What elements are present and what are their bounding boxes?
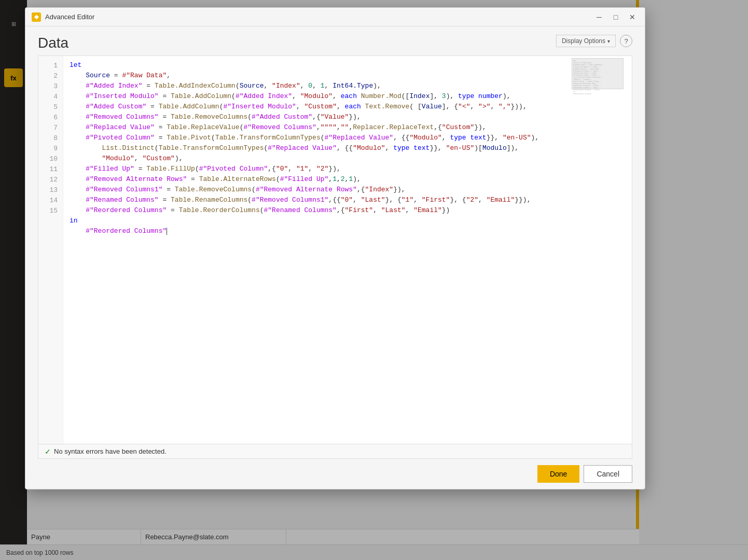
display-options-label: Display Options	[562, 37, 605, 45]
code-line-10: "Modulo", "Custom"),	[70, 153, 626, 164]
cancel-button[interactable]: Cancel	[584, 465, 632, 483]
ln-5: 5	[38, 102, 63, 112]
dialog-overlay: ◆ Advanced Editor ─ □ ✕ Data Display Opt…	[0, 0, 748, 560]
editor-body[interactable]: 1 2 3 4 5 6 7 8 9 10 11 12 13 14 15	[38, 56, 632, 444]
code-line-6: #"Removed Columns" = Table.RemoveColumns…	[70, 112, 626, 122]
code-line-16: in	[70, 216, 626, 226]
code-line-14: #"Renamed Columns" = Table.RenameColumns…	[70, 195, 626, 205]
ln-1: 1	[38, 60, 63, 71]
ln-13: 13	[38, 185, 63, 195]
page-title: Data	[38, 35, 68, 51]
title-bar-buttons: ─ □ ✕	[593, 11, 639, 23]
maximize-button[interactable]: □	[610, 11, 622, 23]
ln-3: 3	[38, 81, 63, 91]
code-line-5: #"Added Custom" = Table.AddColumn(#"Inse…	[70, 102, 626, 112]
minimize-button[interactable]: ─	[593, 11, 605, 23]
code-line-9: List.Distinct(Table.TransformColumnTypes…	[70, 143, 626, 153]
ln-10: 10	[38, 153, 63, 164]
display-options-button[interactable]: Display Options ▾	[556, 35, 616, 47]
code-line-13: #"Removed Columns1" = Table.RemoveColumn…	[70, 185, 626, 195]
code-line-7: #"Replaced Value" = Table.ReplaceValue(#…	[70, 122, 626, 133]
ln-11: 11	[38, 164, 63, 174]
header-controls: Display Options ▾ ?	[556, 35, 632, 47]
title-bar: ◆ Advanced Editor ─ □ ✕	[25, 8, 645, 26]
editor-container[interactable]: letSource = #"Raw Data",#"Added Index" =…	[38, 55, 632, 459]
check-icon: ✓	[45, 447, 51, 456]
ln-9: 9	[38, 143, 63, 153]
ln-6: 6	[38, 112, 63, 122]
ln-2: 2	[38, 71, 63, 81]
app-icon: ◆	[32, 12, 41, 22]
help-button[interactable]: ?	[620, 35, 632, 47]
code-line-15: #"Reordered Columns" = Table.ReorderColu…	[70, 205, 626, 216]
code-line-1: let	[70, 60, 626, 71]
line-numbers: 1 2 3 4 5 6 7 8 9 10 11 12 13 14 15	[38, 56, 63, 444]
help-icon: ?	[624, 37, 628, 45]
code-line-8: #"Pivoted Column" = Table.Pivot(Table.Tr…	[70, 133, 626, 143]
done-button[interactable]: Done	[537, 465, 579, 483]
dialog-header: Data Display Options ▾ ?	[25, 26, 645, 55]
minimap: letSource = #"Raw Data",#"Added Index" =…	[572, 58, 624, 89]
code-line-12: #"Removed Alternate Rows" = Table.Altern…	[70, 174, 626, 185]
dialog-footer: Done Cancel	[25, 459, 645, 489]
close-button[interactable]: ✕	[626, 11, 639, 23]
ln-14: 14	[38, 195, 63, 205]
ln-7: 7	[38, 122, 63, 133]
ln-4: 4	[38, 91, 63, 102]
status-message: No syntax errors have been detected.	[54, 447, 167, 455]
code-editor[interactable]: let Source = #"Raw Data", #"Added Index"…	[63, 56, 632, 444]
code-line-11: #"Filled Up" = Table.FillUp(#"Pivoted Co…	[70, 164, 626, 174]
dialog-title-bar-label: Advanced Editor	[45, 13, 593, 21]
code-line-3: #"Added Index" = Table.AddIndexColumn(So…	[70, 81, 626, 91]
ln-8: 8	[38, 133, 63, 143]
advanced-editor-dialog: ◆ Advanced Editor ─ □ ✕ Data Display Opt…	[25, 7, 645, 489]
code-line-4: #"Inserted Modulo" = Table.AddColumn(#"A…	[70, 91, 626, 102]
code-line-17: #"Reordered Columns"	[70, 226, 626, 236]
chevron-down-icon: ▾	[607, 38, 610, 44]
code-line-2: Source = #"Raw Data",	[70, 71, 626, 81]
editor-status: ✓ No syntax errors have been detected.	[38, 444, 632, 458]
ln-15: 15	[38, 205, 63, 216]
ln-12: 12	[38, 174, 63, 185]
